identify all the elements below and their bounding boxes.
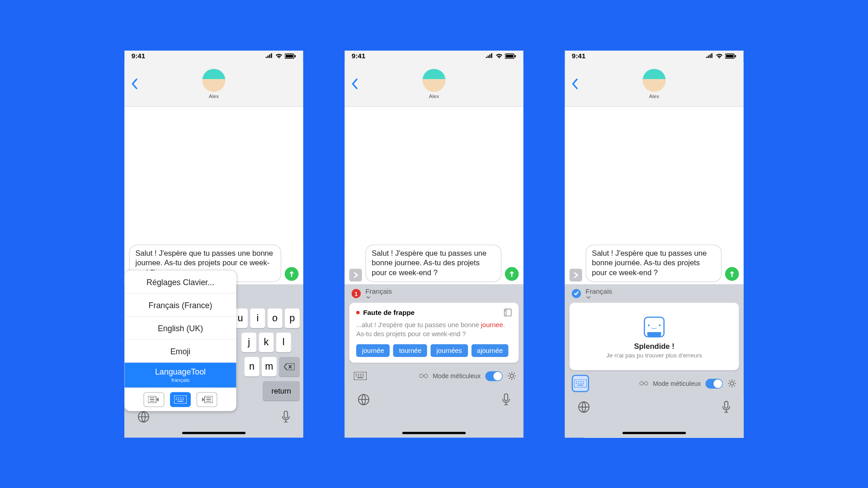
chat-header: Alex (565, 62, 743, 107)
ok-badge[interactable] (572, 289, 581, 298)
svg-rect-1 (286, 55, 293, 57)
wifi-icon (715, 53, 723, 59)
dictate-button[interactable] (501, 393, 510, 406)
settings-button[interactable] (727, 379, 736, 388)
chat-body: Salut ! J'espère que tu passes une bonne… (124, 107, 303, 285)
settings-button[interactable] (507, 371, 516, 380)
key-i[interactable]: i (250, 309, 265, 328)
back-button[interactable] (571, 78, 579, 90)
battery-icon (285, 53, 297, 59)
kb-languagetool-item[interactable]: LanguageTool français (124, 363, 236, 388)
globe-icon (357, 393, 370, 406)
chevron-left-icon (130, 78, 138, 90)
kb-english-item[interactable]: English (UK) (124, 317, 236, 340)
mic-icon (281, 410, 290, 423)
suggestion-1[interactable]: journée (356, 344, 390, 357)
dictate-button[interactable] (722, 401, 731, 413)
lt-keyboard-zone: Français • ‿ • Splendide ! Je n'ai pas p… (565, 284, 743, 437)
screenshot-1: 9:41 Alex Salut ! J'espère que tu passes… (124, 51, 303, 438)
error-count-badge[interactable]: 1 (352, 289, 361, 298)
kb-emoji-item[interactable]: Emoji (124, 340, 236, 363)
key-p[interactable]: p (285, 309, 300, 328)
suggestions-row: journée tournée journées ajournée (356, 344, 512, 357)
mode-label: Mode méticuleux (653, 380, 701, 387)
dictate-button[interactable] (281, 410, 290, 423)
suggestion-4[interactable]: ajournée (471, 344, 509, 357)
success-subtitle: Je n'ai pas pu trouver plus d'erreurs (606, 352, 702, 358)
svg-rect-26 (725, 401, 728, 408)
glasses-icon (639, 381, 648, 385)
keyboard-bottom-bar (344, 388, 523, 411)
key-m[interactable]: m (262, 357, 277, 376)
expand-button[interactable] (570, 269, 582, 282)
svg-point-13 (420, 374, 423, 378)
svg-point-14 (424, 374, 428, 378)
arrow-up-icon (508, 271, 515, 277)
svg-point-23 (644, 382, 648, 385)
suggestion-3[interactable]: journées (431, 344, 468, 357)
avatar[interactable] (423, 69, 446, 92)
compose-row: Salut ! J'espère que tu passes une bonne… (344, 243, 523, 285)
keyboard-icon (574, 380, 587, 388)
chevron-down-icon (585, 295, 591, 300)
svg-rect-19 (726, 55, 734, 57)
keyboard-icon (174, 395, 187, 404)
mode-label: Mode méticuleux (433, 373, 481, 380)
lt-footer: Mode méticuleux (344, 367, 523, 385)
language-picker[interactable]: Français (365, 287, 393, 300)
error-dot-icon (356, 311, 360, 314)
add-to-dictionary-button[interactable] (504, 309, 512, 317)
return-key[interactable]: return (263, 381, 300, 400)
language-picker[interactable]: Français (585, 287, 613, 300)
message-input[interactable]: Salut ! J'espère que tu passes une bonne… (365, 245, 501, 282)
svg-rect-2 (294, 55, 296, 57)
globe-button[interactable] (577, 401, 590, 413)
suggestion-2[interactable]: tournée (393, 344, 427, 357)
dock-left-button[interactable] (143, 392, 164, 407)
avatar[interactable] (643, 69, 666, 92)
globe-button[interactable] (357, 393, 370, 406)
globe-icon (577, 401, 590, 413)
chat-header: Alex (344, 62, 523, 107)
dock-center-button[interactable] (170, 392, 191, 407)
backspace-key[interactable] (279, 357, 300, 376)
switch-to-keyboard-button[interactable] (352, 367, 369, 385)
expand-button[interactable] (349, 269, 362, 282)
chat-body: Salut ! J'espère que tu passes une bonne… (344, 107, 523, 285)
home-indicator[interactable] (402, 432, 466, 434)
lt-header: Français (565, 284, 743, 303)
chevron-right-icon (573, 272, 579, 278)
kb-french-item[interactable]: Français (France) (124, 294, 236, 317)
message-input[interactable]: Salut ! J'espère que tu passes une bonne… (585, 245, 722, 282)
globe-button[interactable] (137, 410, 150, 423)
send-button[interactable] (505, 267, 519, 281)
status-bar: 9:41 (565, 51, 743, 62)
key-n[interactable]: n (245, 357, 259, 376)
mode-toggle[interactable] (706, 379, 723, 389)
keyboard-left-icon (148, 396, 160, 403)
key-k[interactable]: k (259, 333, 274, 352)
gear-icon (727, 379, 736, 388)
robot-icon: • ‿ • (644, 317, 665, 338)
status-indicators (706, 53, 737, 59)
key-j[interactable]: j (241, 333, 256, 352)
key-l[interactable]: l (276, 333, 291, 352)
mic-icon (722, 401, 731, 413)
wifi-icon (275, 53, 283, 59)
home-indicator[interactable] (623, 432, 686, 434)
chevron-left-icon (350, 78, 359, 90)
chat-body: Salut ! J'espère que tu passes une bonne… (565, 107, 743, 285)
lt-keyboard-zone: 1 Français Faute de frappe ...alut ! J'e… (344, 284, 523, 437)
home-indicator[interactable] (182, 432, 245, 434)
send-button[interactable] (725, 267, 739, 281)
avatar[interactable] (202, 69, 225, 92)
switch-to-keyboard-button[interactable] (572, 375, 589, 392)
send-button[interactable] (285, 267, 299, 281)
back-button[interactable] (350, 78, 359, 90)
compose-row: Salut ! J'espère que tu passes une bonne… (565, 243, 743, 285)
key-o[interactable]: o (268, 309, 283, 328)
kb-settings-item[interactable]: Réglages Clavier... (124, 271, 236, 294)
mode-toggle[interactable] (485, 371, 502, 381)
dock-right-button[interactable] (197, 392, 217, 407)
back-button[interactable] (130, 78, 138, 90)
